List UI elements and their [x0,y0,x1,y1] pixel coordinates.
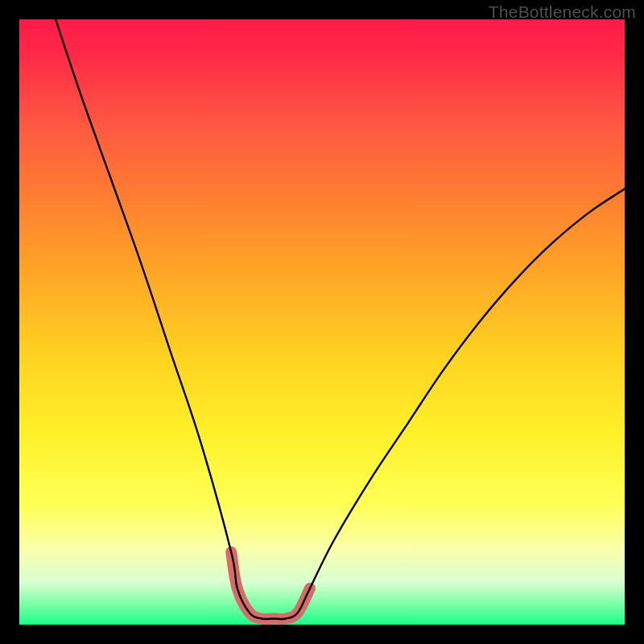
floor-marker [231,552,310,619]
plot-area [19,19,625,625]
chart-stage: TheBottleneck.com [0,0,644,644]
curve-layer [19,19,625,625]
bottleneck-curve [56,19,625,619]
